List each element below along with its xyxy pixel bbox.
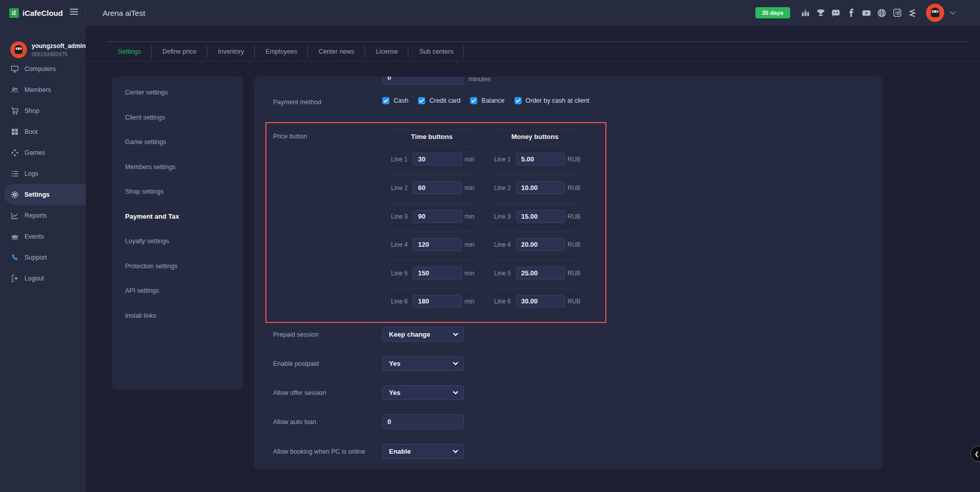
- brand: i2 iCafeCloud: [0, 0, 86, 26]
- money-line-5-row: Line 5 RUB: [490, 267, 580, 279]
- globe-icon[interactable]: [877, 8, 887, 18]
- settings-nav-loyalty-settings[interactable]: Loyalty settings: [112, 229, 243, 254]
- allow-auto-loan-input[interactable]: [382, 414, 464, 429]
- sidebar-item-label: Logs: [24, 170, 38, 177]
- money-line-1-input[interactable]: [516, 153, 565, 166]
- user-name: youngzsoft_admin: [32, 42, 86, 50]
- sidebar-item-label: Reports: [24, 212, 47, 219]
- money-line-2-input[interactable]: [516, 181, 565, 194]
- phone-icon: [11, 253, 19, 262]
- sidebar-item-reports[interactable]: Reports: [0, 205, 86, 226]
- checkbox-checked-icon: [382, 97, 389, 104]
- time-line-5-input[interactable]: [413, 267, 462, 279]
- sidebar-item-games[interactable]: Games: [0, 142, 86, 163]
- sidebar-item-settings[interactable]: Settings: [4, 184, 86, 205]
- money-line-4-input[interactable]: [516, 238, 565, 251]
- time-line-1-row: Line 1 min: [387, 153, 477, 166]
- money-line-4-row: Line 4 RUB: [490, 238, 580, 251]
- sidebar-item-members[interactable]: Members: [0, 79, 86, 100]
- youngzsoft-logo-icon[interactable]: [908, 8, 917, 18]
- money-line-3-row: Line 3 RUB: [490, 210, 580, 223]
- sidebar-item-label: Computers: [24, 65, 56, 73]
- checkbox-balance[interactable]: Balance: [470, 97, 504, 104]
- time-line-3-input[interactable]: [413, 210, 462, 223]
- checkbox-credit-card[interactable]: Credit card: [418, 97, 460, 104]
- chevron-left-icon: ❮: [974, 451, 979, 457]
- gear-icon: [11, 191, 19, 199]
- tab-settings[interactable]: Settings: [107, 42, 152, 61]
- topbar-actions: 35 days: [755, 4, 955, 22]
- tab-inventory[interactable]: Inventory: [207, 42, 255, 61]
- logout-icon: [11, 274, 19, 283]
- discord-icon[interactable]: [831, 8, 841, 18]
- sidebar-item-computers[interactable]: Computers: [0, 58, 86, 79]
- settings-nav-api-settings[interactable]: API settings: [112, 278, 243, 303]
- checkbox-order-by-cash-at-client[interactable]: Order by cash at client: [514, 97, 590, 104]
- list-icon: [11, 170, 19, 178]
- user-avatar[interactable]: [926, 4, 944, 22]
- money-line-3-input[interactable]: [516, 210, 565, 223]
- time-line-6-input[interactable]: [413, 295, 462, 308]
- price-button-label: Price button: [273, 133, 307, 140]
- page-title: Arena aiTest: [103, 9, 145, 17]
- tab-license[interactable]: License: [365, 42, 408, 61]
- time-buttons-title: Time buttons: [387, 133, 477, 140]
- trophy-icon[interactable]: [816, 8, 825, 18]
- sidebar-item-shop[interactable]: Shop: [0, 100, 86, 121]
- icafecloud-logo-icon[interactable]: [892, 8, 902, 18]
- tab-center-news[interactable]: Center news: [308, 42, 365, 61]
- members-icon: [11, 86, 19, 94]
- checkbox-cash[interactable]: Cash: [382, 97, 408, 104]
- enable-postpaid-select[interactable]: Yes: [382, 356, 464, 371]
- allow-offer-session-select[interactable]: Yes: [382, 385, 464, 400]
- time-line-4-row: Line 4 min: [387, 238, 477, 251]
- settings-nav-shop-settings[interactable]: Shop settings: [112, 179, 243, 204]
- sidebar-item-label: Shop: [24, 107, 39, 114]
- tabbar: Settings Define price Inventory Employee…: [86, 26, 980, 61]
- hamburger-menu-icon[interactable]: [70, 9, 78, 16]
- time-buttons-column: Time buttons Line 1 min Line 2 min Line …: [387, 123, 477, 322]
- chevron-down-icon: [453, 391, 458, 394]
- payment-tax-panel: minutes Payment method Cash Credit card: [254, 77, 882, 469]
- settings-nav-members-settings[interactable]: Members settings: [112, 155, 243, 180]
- sidebar-nav: Computers Members Shop: [0, 58, 86, 289]
- allow-auto-loan-row: Allow auto loan: [254, 414, 882, 429]
- sidebar-item-support[interactable]: Support: [0, 247, 86, 268]
- sidebar-item-logs[interactable]: Logs: [0, 163, 86, 184]
- sidebar-item-logout[interactable]: Logout: [0, 268, 86, 289]
- prepaid-session-select[interactable]: Keep change: [382, 327, 464, 342]
- user-card[interactable]: youngzsoft_admin 005193482475: [10, 41, 86, 58]
- clipped-minutes-input[interactable]: [382, 77, 464, 85]
- brand-name: iCafeCloud: [22, 9, 63, 17]
- money-line-1-row: Line 1 RUB: [490, 153, 580, 166]
- sidebar-item-boot[interactable]: Boot: [0, 121, 86, 142]
- tab-define-price[interactable]: Define price: [152, 42, 207, 61]
- icafecloud-logo-icon: i2: [9, 8, 19, 18]
- time-line-1-input[interactable]: [413, 153, 462, 166]
- content: Settings Define price Inventory Employee…: [86, 26, 980, 492]
- tab-employees[interactable]: Employees: [255, 42, 308, 61]
- allow-booking-select[interactable]: Enable: [382, 444, 464, 459]
- settings-nav-game-settings[interactable]: Game settings: [112, 130, 243, 155]
- money-line-6-row: Line 6 RUB: [490, 295, 580, 308]
- rub-unit-label: RUB: [568, 213, 580, 220]
- sidebar-item-events[interactable]: Events: [0, 226, 86, 247]
- settings-nav-client-settings[interactable]: Client settings: [112, 105, 243, 130]
- settings-nav-center-settings[interactable]: Center settings: [112, 80, 243, 105]
- license-days-badge[interactable]: 35 days: [755, 7, 790, 18]
- time-line-4-input[interactable]: [413, 238, 462, 251]
- settings-nav-protection-settings[interactable]: Protection settings: [112, 254, 243, 279]
- checkbox-checked-icon: [514, 97, 522, 104]
- money-line-5-input[interactable]: [516, 267, 565, 279]
- chevron-down-icon[interactable]: [950, 11, 955, 15]
- facebook-icon[interactable]: [846, 8, 856, 18]
- youtube-icon[interactable]: [862, 8, 871, 18]
- settings-nav-payment-and-tax[interactable]: Payment and Tax: [112, 204, 243, 229]
- settings-nav-install-links[interactable]: Install links: [112, 303, 243, 329]
- tab-sub-centers[interactable]: Sub centers: [408, 42, 464, 61]
- sidebar-item-label: Support: [24, 254, 47, 261]
- ranking-icon[interactable]: [800, 8, 810, 18]
- time-line-6-row: Line 6 min: [387, 295, 477, 308]
- time-line-2-input[interactable]: [413, 181, 462, 194]
- money-line-6-input[interactable]: [516, 295, 565, 308]
